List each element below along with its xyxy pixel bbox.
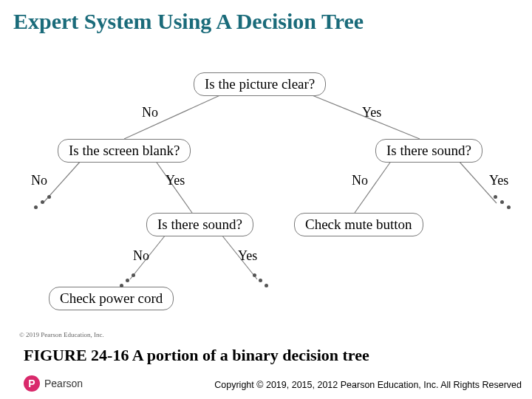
ellipsis-dot (132, 273, 135, 277)
ellipsis-dot (34, 205, 38, 209)
ellipsis-dot (126, 279, 129, 282)
branch-label-yes: Yes (238, 248, 257, 264)
ellipsis-dot (494, 195, 497, 199)
ellipsis-dot (47, 195, 51, 199)
figure-caption: FIGURE 24-16 A portion of a binary decis… (24, 346, 369, 365)
node-root: Is the picture clear? (194, 72, 326, 96)
tree-connectors (0, 0, 532, 399)
ellipsis-dot (120, 284, 123, 287)
branch-label-no: No (133, 248, 149, 264)
ellipsis-dot (41, 200, 44, 204)
svg-line-0 (124, 95, 222, 139)
ellipsis-dot (253, 273, 256, 277)
source-credit: © 2019 Pearson Education, Inc. (19, 331, 104, 338)
branch-label-no: No (352, 173, 368, 188)
branch-label-no: No (142, 105, 158, 120)
node-mute: Check mute button (294, 213, 423, 236)
page-title: Expert System Using A Decision Tree (13, 9, 364, 34)
pearson-logo: P Pearson (24, 375, 83, 392)
node-sound-right: Is there sound? (375, 139, 482, 163)
node-blank: Is the screen blank? (58, 139, 191, 163)
ellipsis-dot (259, 279, 262, 282)
branch-label-yes: Yes (166, 173, 185, 188)
brand-text: Pearson (44, 378, 83, 389)
pearson-icon: P (24, 375, 40, 392)
branch-label-no: No (31, 173, 47, 188)
ellipsis-dot (265, 284, 268, 287)
copyright-footer: Copyright © 2019, 2015, 2012 Pearson Edu… (214, 380, 522, 390)
ellipsis-dot (500, 200, 504, 204)
node-power: Check power cord (49, 287, 174, 310)
node-sound-left: Is there sound? (146, 213, 253, 236)
branch-label-yes: Yes (489, 173, 508, 188)
branch-label-yes: Yes (362, 105, 381, 120)
ellipsis-dot (507, 205, 511, 209)
